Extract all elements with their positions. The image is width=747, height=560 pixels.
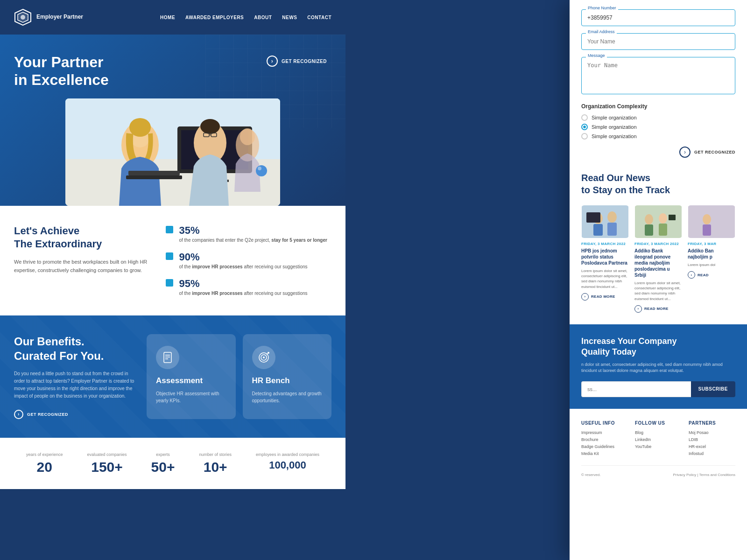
benefits-description: Do you need a little push to stand out f… bbox=[14, 370, 137, 400]
assessment-icon bbox=[156, 346, 179, 369]
people-illustration bbox=[65, 98, 280, 206]
benefits-content: Our Benefits. Curated For You. Do you ne… bbox=[14, 334, 331, 419]
news-read-more-3[interactable]: › READ bbox=[688, 271, 735, 279]
svg-point-21 bbox=[240, 128, 255, 145]
news-img-3 bbox=[688, 205, 735, 238]
footer-link-badge[interactable]: Badge Guidelines bbox=[581, 444, 628, 449]
benefits-section: Our Benefits. Curated For You. Do you ne… bbox=[0, 315, 345, 438]
news-img-2 bbox=[634, 205, 682, 238]
footer-link-youtube[interactable]: YouTube bbox=[635, 444, 682, 449]
read-more-icon-1: › bbox=[581, 293, 589, 301]
stat-content-1: 35% of the companies that enter the Q2e … bbox=[179, 224, 327, 244]
nav-awarded[interactable]: AWARDED EMPLOYERS bbox=[185, 15, 244, 20]
hr-bench-icon bbox=[252, 346, 275, 369]
stat-experience-value: 20 bbox=[26, 459, 63, 475]
email-label: Email Address bbox=[586, 29, 617, 34]
benefit-card-hr-bench: HR Bench Detecting advantages and growth… bbox=[243, 334, 332, 419]
hero-image bbox=[65, 98, 280, 206]
logo-text: Employer Partner bbox=[36, 14, 83, 21]
subscribe-input[interactable] bbox=[581, 381, 691, 397]
footer-link-hrexcel[interactable]: HR-excel bbox=[689, 444, 735, 449]
nav-contact[interactable]: CONTACT bbox=[307, 15, 331, 20]
footer-bottom: © reserved. Privacy Policy | Terms and C… bbox=[581, 473, 735, 477]
logo-area[interactable]: Employer Partner bbox=[14, 8, 83, 26]
footer-link-impressum[interactable]: Impressum bbox=[581, 430, 628, 435]
stat-percent-2: 90% bbox=[179, 251, 307, 263]
main-nav: HOME AWARDED EMPLOYERS ABOUT NEWS CONTAC… bbox=[160, 15, 331, 20]
svg-rect-46 bbox=[669, 215, 676, 220]
svg-rect-45 bbox=[659, 224, 667, 236]
stat-experience-label: years of experience bbox=[26, 452, 63, 457]
stat-indicator-2 bbox=[166, 252, 173, 260]
footer-link-infostud[interactable]: Infostud bbox=[689, 451, 735, 456]
subscribe-description: n dolor sit amet, consectetuer adipiscin… bbox=[581, 362, 735, 374]
svg-rect-37 bbox=[593, 224, 603, 236]
hero-section: Your Partner in Excellence › GET RECOGNI… bbox=[0, 35, 345, 206]
svg-rect-39 bbox=[607, 223, 617, 236]
right-panel: Phone Number Email Address Message Organ… bbox=[570, 0, 747, 560]
news-read-more-1[interactable]: › READ MORE bbox=[581, 293, 629, 301]
news-excerpt-2: Lorem ipsum dolor sit amet, consectetuer… bbox=[634, 280, 682, 301]
stat-employees-value: 100,000 bbox=[256, 459, 319, 471]
nav-about[interactable]: ABOUT bbox=[254, 15, 272, 20]
stat-evaluated: evaluated companies 150+ bbox=[87, 452, 127, 475]
footer-link-media[interactable]: Media Kit bbox=[581, 451, 628, 456]
stat-stories: number of stories 10+ bbox=[199, 452, 232, 475]
svg-point-42 bbox=[645, 214, 653, 224]
footer-useful-heading: USEFUL INFO bbox=[581, 420, 628, 426]
subscribe-button[interactable]: SUBSCRIBE bbox=[691, 381, 735, 397]
svg-point-25 bbox=[258, 167, 261, 170]
news-cards: FRIDAY, 3 MARCH 2022 HPB jos jednom potv… bbox=[581, 205, 735, 313]
org-option-1[interactable]: Simple organization bbox=[581, 114, 735, 121]
benefits-cta-button[interactable]: › GET RECOGNIZED bbox=[14, 410, 68, 419]
phone-input[interactable] bbox=[581, 9, 735, 26]
stat-desc-3: of the improve HR processes after receiv… bbox=[179, 290, 307, 297]
email-input[interactable] bbox=[581, 33, 735, 50]
hr-bench-title: HR Bench bbox=[252, 376, 323, 385]
footer-link-mojposao[interactable]: Moj Posao bbox=[689, 430, 735, 435]
svg-rect-43 bbox=[645, 224, 653, 236]
org-complexity-title: Organization Complexity bbox=[581, 103, 735, 110]
hero-cta-button[interactable]: › GET RECOGNIZED bbox=[267, 56, 327, 67]
footer-link-brochure[interactable]: Brochure bbox=[581, 437, 628, 442]
phone-field-group: Phone Number bbox=[581, 9, 735, 26]
nav-news[interactable]: NEWS bbox=[282, 15, 297, 20]
nav-home[interactable]: HOME bbox=[160, 15, 175, 20]
footer-col-useful: USEFUL INFO Impressum Brochure Badge Gui… bbox=[581, 420, 628, 458]
benefits-cta-arrow-icon: › bbox=[14, 410, 23, 419]
stat-stories-value: 10+ bbox=[199, 459, 232, 475]
footer-link-ldib[interactable]: LDIB bbox=[689, 437, 735, 442]
form-submit-area: › GET RECOGNIZED bbox=[581, 147, 735, 158]
news-read-more-2[interactable]: › READ MORE bbox=[634, 305, 682, 313]
logo-icon bbox=[14, 8, 32, 26]
message-input[interactable] bbox=[581, 57, 735, 94]
phone-label: Phone Number bbox=[586, 6, 618, 10]
org-option-2[interactable]: Simple organization bbox=[581, 124, 735, 130]
subscribe-heading: Increase Your Company Quality Today bbox=[581, 336, 735, 358]
stats-heading: Let's Achieve The Extraordinary bbox=[14, 224, 152, 251]
news-date-1: FRIDAY, 3 MARCH 2022 bbox=[581, 242, 629, 246]
stats-right: 35% of the companies that enter the Q2e … bbox=[166, 224, 331, 297]
news-date-3: FRIDAY, 3 MAR bbox=[688, 242, 735, 246]
stat-evaluated-value: 150+ bbox=[87, 459, 127, 475]
svg-point-24 bbox=[256, 165, 267, 176]
footer-link-blog[interactable]: Blog bbox=[635, 430, 682, 435]
stat-item-2: 90% of the improve HR processes after re… bbox=[166, 251, 331, 270]
svg-point-38 bbox=[607, 211, 617, 223]
stat-percent-1: 35% bbox=[179, 224, 327, 237]
assessment-title: Assessment bbox=[156, 376, 226, 385]
stat-item-1: 35% of the companies that enter the Q2e … bbox=[166, 224, 331, 244]
svg-point-44 bbox=[659, 213, 667, 224]
svg-rect-23 bbox=[128, 171, 180, 175]
people-scene bbox=[65, 98, 280, 206]
subscribe-section: Increase Your Company Quality Today n do… bbox=[570, 324, 747, 409]
news-card-2: FRIDAY, 3 MARCH 2022 Addiko Bank ileogra… bbox=[634, 205, 682, 313]
form-submit-label[interactable]: GET RECOGNIZED bbox=[694, 150, 735, 154]
footer-link-linkedin[interactable]: LinkedIn bbox=[635, 437, 682, 442]
message-field-group: Message bbox=[581, 57, 735, 96]
footer-follow-heading: FOLLOW US bbox=[635, 420, 682, 426]
org-option-3[interactable]: Simple organization bbox=[581, 133, 735, 140]
footer-col-follow: FOLLOW US Blog LinkedIn YouTube bbox=[635, 420, 682, 458]
header: Employer Partner HOME AWARDED EMPLOYERS … bbox=[0, 0, 345, 35]
svg-rect-26 bbox=[164, 352, 171, 363]
